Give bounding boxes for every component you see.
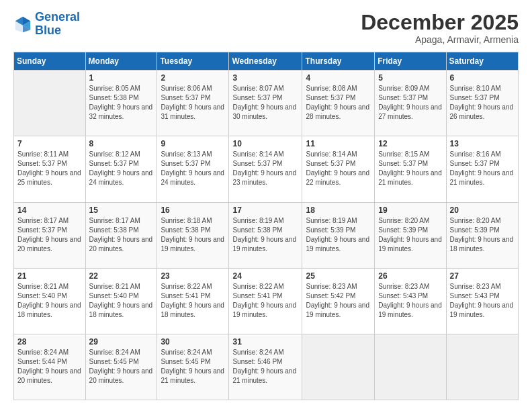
day-number: 21	[17, 271, 82, 281]
day-number: 11	[306, 139, 371, 148]
logo: General Blue	[13, 11, 80, 38]
day-info: Sunrise: 8:24 AMSunset: 5:44 PMDaylight:…	[17, 349, 81, 384]
day-info: Sunrise: 8:14 AMSunset: 5:37 PMDaylight:…	[306, 150, 369, 186]
day-info: Sunrise: 8:09 AMSunset: 5:37 PMDaylight:…	[378, 85, 442, 120]
day-number: 6	[450, 73, 515, 83]
col-thursday: Thursday	[302, 52, 375, 71]
day-info: Sunrise: 8:21 AMSunset: 5:40 PMDaylight:…	[17, 283, 81, 318]
day-number: 8	[89, 139, 154, 148]
calendar-cell: 16 Sunrise: 8:18 AMSunset: 5:38 PMDaylig…	[157, 202, 229, 268]
calendar-cell: 25 Sunrise: 8:23 AMSunset: 5:42 PMDaylig…	[302, 268, 375, 334]
calendar-cell: 21 Sunrise: 8:21 AMSunset: 5:40 PMDaylig…	[14, 268, 86, 334]
calendar-cell: 12 Sunrise: 8:15 AMSunset: 5:37 PMDaylig…	[375, 136, 446, 202]
month-title: December 2025	[361, 11, 519, 34]
day-info: Sunrise: 8:11 AMSunset: 5:37 PMDaylight:…	[17, 150, 81, 186]
calendar-cell: 6 Sunrise: 8:10 AMSunset: 5:37 PMDayligh…	[446, 71, 518, 136]
calendar-cell: 1 Sunrise: 8:05 AMSunset: 5:38 PMDayligh…	[85, 71, 157, 136]
day-number: 12	[378, 139, 442, 148]
calendar-cell	[14, 71, 86, 136]
calendar-cell: 5 Sunrise: 8:09 AMSunset: 5:37 PMDayligh…	[375, 71, 446, 136]
title-block: December 2025 Apaga, Armavir, Armenia	[361, 11, 519, 45]
day-info: Sunrise: 8:13 AMSunset: 5:37 PMDaylight:…	[161, 150, 224, 186]
day-number: 23	[161, 271, 225, 281]
logo-icon	[13, 15, 32, 34]
calendar-cell: 20 Sunrise: 8:20 AMSunset: 5:39 PMDaylig…	[446, 202, 518, 268]
day-number: 19	[378, 205, 442, 215]
calendar-cell: 8 Sunrise: 8:12 AMSunset: 5:37 PMDayligh…	[85, 136, 157, 202]
day-info: Sunrise: 8:16 AMSunset: 5:37 PMDaylight:…	[450, 150, 514, 186]
day-info: Sunrise: 8:20 AMSunset: 5:39 PMDaylight:…	[378, 217, 442, 253]
day-info: Sunrise: 8:15 AMSunset: 5:37 PMDaylight:…	[378, 150, 442, 186]
day-number: 4	[306, 73, 371, 83]
col-wednesday: Wednesday	[229, 52, 302, 71]
calendar-body: 1 Sunrise: 8:05 AMSunset: 5:38 PMDayligh…	[14, 71, 519, 400]
calendar-cell: 9 Sunrise: 8:13 AMSunset: 5:37 PMDayligh…	[157, 136, 229, 202]
day-info: Sunrise: 8:23 AMSunset: 5:43 PMDaylight:…	[450, 283, 514, 318]
day-number: 29	[89, 337, 154, 347]
day-info: Sunrise: 8:07 AMSunset: 5:37 PMDaylight:…	[232, 85, 296, 120]
week-row-1: 1 Sunrise: 8:05 AMSunset: 5:38 PMDayligh…	[14, 71, 519, 136]
calendar-cell: 17 Sunrise: 8:19 AMSunset: 5:38 PMDaylig…	[229, 202, 302, 268]
day-info: Sunrise: 8:23 AMSunset: 5:42 PMDaylight:…	[306, 283, 369, 318]
col-monday: Monday	[85, 52, 157, 71]
week-row-4: 21 Sunrise: 8:21 AMSunset: 5:40 PMDaylig…	[14, 268, 519, 334]
calendar-cell: 30 Sunrise: 8:24 AMSunset: 5:45 PMDaylig…	[157, 334, 229, 400]
day-number: 13	[450, 139, 515, 148]
calendar-cell: 28 Sunrise: 8:24 AMSunset: 5:44 PMDaylig…	[14, 334, 86, 400]
calendar-cell	[446, 334, 518, 400]
day-number: 5	[378, 73, 442, 83]
day-number: 7	[17, 139, 82, 148]
day-number: 24	[232, 271, 298, 281]
calendar-cell: 14 Sunrise: 8:17 AMSunset: 5:37 PMDaylig…	[14, 202, 86, 268]
calendar-cell: 3 Sunrise: 8:07 AMSunset: 5:37 PMDayligh…	[229, 71, 302, 136]
day-number: 1	[89, 73, 154, 83]
day-number: 26	[378, 271, 442, 281]
calendar-cell: 26 Sunrise: 8:23 AMSunset: 5:43 PMDaylig…	[375, 268, 446, 334]
day-number: 27	[450, 271, 515, 281]
col-saturday: Saturday	[446, 52, 518, 71]
calendar-cell: 7 Sunrise: 8:11 AMSunset: 5:37 PMDayligh…	[14, 136, 86, 202]
logo-general: General	[35, 10, 80, 24]
header-row: Sunday Monday Tuesday Wednesday Thursday…	[14, 52, 519, 71]
day-info: Sunrise: 8:24 AMSunset: 5:45 PMDaylight:…	[161, 349, 224, 384]
col-tuesday: Tuesday	[157, 52, 229, 71]
day-number: 25	[306, 271, 371, 281]
day-info: Sunrise: 8:19 AMSunset: 5:38 PMDaylight:…	[232, 217, 296, 253]
calendar-cell: 2 Sunrise: 8:06 AMSunset: 5:37 PMDayligh…	[157, 71, 229, 136]
day-info: Sunrise: 8:22 AMSunset: 5:41 PMDaylight:…	[161, 283, 224, 318]
day-number: 18	[306, 205, 371, 215]
day-number: 14	[17, 205, 82, 215]
day-number: 9	[161, 139, 225, 148]
day-info: Sunrise: 8:22 AMSunset: 5:41 PMDaylight:…	[232, 283, 296, 318]
calendar-cell: 24 Sunrise: 8:22 AMSunset: 5:41 PMDaylig…	[229, 268, 302, 334]
calendar-cell: 27 Sunrise: 8:23 AMSunset: 5:43 PMDaylig…	[446, 268, 518, 334]
day-number: 22	[89, 271, 154, 281]
week-row-5: 28 Sunrise: 8:24 AMSunset: 5:44 PMDaylig…	[14, 334, 519, 400]
day-info: Sunrise: 8:12 AMSunset: 5:37 PMDaylight:…	[89, 150, 153, 186]
calendar-table: Sunday Monday Tuesday Wednesday Thursday…	[13, 52, 519, 400]
calendar-cell	[302, 334, 375, 400]
day-number: 20	[450, 205, 515, 215]
calendar-cell: 15 Sunrise: 8:17 AMSunset: 5:38 PMDaylig…	[85, 202, 157, 268]
calendar-cell: 22 Sunrise: 8:21 AMSunset: 5:40 PMDaylig…	[85, 268, 157, 334]
calendar-header: Sunday Monday Tuesday Wednesday Thursday…	[14, 52, 519, 71]
logo-text: General Blue	[35, 11, 80, 38]
day-info: Sunrise: 8:20 AMSunset: 5:39 PMDaylight:…	[450, 217, 514, 253]
day-number: 28	[17, 337, 82, 347]
calendar-cell: 4 Sunrise: 8:08 AMSunset: 5:37 PMDayligh…	[302, 71, 375, 136]
day-number: 17	[232, 205, 298, 215]
day-info: Sunrise: 8:06 AMSunset: 5:37 PMDaylight:…	[161, 85, 224, 120]
calendar-cell: 18 Sunrise: 8:19 AMSunset: 5:39 PMDaylig…	[302, 202, 375, 268]
calendar-cell: 31 Sunrise: 8:24 AMSunset: 5:46 PMDaylig…	[229, 334, 302, 400]
col-sunday: Sunday	[14, 52, 86, 71]
day-number: 30	[161, 337, 225, 347]
day-number: 2	[161, 73, 225, 83]
day-number: 10	[232, 139, 298, 148]
calendar-cell: 13 Sunrise: 8:16 AMSunset: 5:37 PMDaylig…	[446, 136, 518, 202]
day-number: 3	[232, 73, 298, 83]
calendar-cell: 11 Sunrise: 8:14 AMSunset: 5:37 PMDaylig…	[302, 136, 375, 202]
col-friday: Friday	[375, 52, 446, 71]
page: General Blue December 2025 Apaga, Armavi…	[0, 0, 532, 411]
day-info: Sunrise: 8:24 AMSunset: 5:45 PMDaylight:…	[89, 349, 153, 384]
calendar-cell: 19 Sunrise: 8:20 AMSunset: 5:39 PMDaylig…	[375, 202, 446, 268]
